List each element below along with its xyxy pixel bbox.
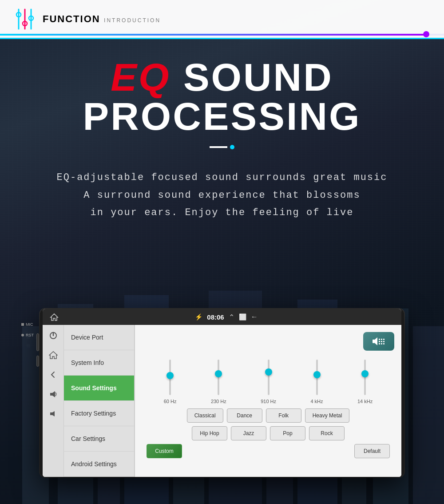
window-icon[interactable]: ⬜ (239, 313, 246, 320)
time-display: 08:06 (207, 313, 224, 321)
eq-slider-910hz: 910 Hz (261, 360, 276, 404)
progress-dot (423, 31, 429, 37)
freq-label-60hz: 60 Hz (164, 399, 177, 404)
svg-marker-23 (51, 314, 58, 320)
preset-heavy-metal[interactable]: Heavy Metal (305, 408, 350, 423)
slider-handle-14khz[interactable] (361, 370, 369, 377)
menu-item-sound-settings[interactable]: Sound Settings (64, 376, 134, 401)
dash-line (210, 146, 227, 148)
slider-handle-4khz[interactable] (313, 371, 321, 378)
eq-header (142, 332, 394, 351)
rst-label: RST (26, 333, 34, 337)
desc-line3: in your ears. Enjoy the feeling of live (0, 204, 444, 222)
app-content: Device Port System Info Sound Settings F… (43, 325, 401, 477)
progress-bar-container (0, 33, 444, 36)
hero-description: EQ-adjustable focused sound surrounds gr… (0, 169, 444, 222)
mic-label: MIC (26, 322, 33, 327)
device-screen: ⚡ 08:06 ⌃ ⬜ ← (43, 309, 401, 477)
back-nav-icon[interactable] (47, 368, 59, 381)
menu-item-factory-settings[interactable]: Factory Settings (64, 401, 134, 426)
svg-rect-29 (50, 412, 52, 415)
dash-dot (230, 145, 234, 149)
svg-marker-30 (52, 411, 55, 416)
svg-rect-38 (383, 341, 385, 342)
svg-rect-31 (373, 340, 375, 343)
custom-default-row: Custom Default (142, 444, 394, 458)
svg-rect-36 (379, 341, 380, 342)
volume-up-nav-icon[interactable] (47, 388, 59, 400)
preset-pop[interactable]: Pop (270, 426, 305, 440)
progress-fill (0, 34, 426, 36)
power-nav-icon[interactable] (47, 329, 59, 342)
logo-text: FUNCTION INTRODUCTION (43, 13, 161, 25)
mic-dot (21, 323, 24, 326)
home-icon (50, 313, 59, 321)
chevron-up-icon[interactable]: ⌃ (229, 313, 234, 321)
menu-item-android-settings[interactable]: Android Settings (64, 452, 134, 477)
left-icon-nav (43, 325, 64, 477)
rst-dot (21, 334, 24, 336)
logo-function-text: FUNCTION INTRODUCTION (43, 13, 161, 25)
home-nav-icon[interactable] (47, 349, 59, 361)
eq-slider-14khz: 14 kHz (357, 360, 373, 404)
settings-menu: Device Port System Info Sound Settings F… (64, 325, 135, 477)
svg-marker-32 (375, 337, 377, 345)
svg-rect-34 (381, 339, 382, 340)
preset-default[interactable]: Default (354, 444, 390, 458)
svg-rect-35 (383, 339, 385, 340)
preset-jazz[interactable]: Jazz (231, 426, 266, 440)
back-icon[interactable]: ← (251, 313, 258, 321)
svg-rect-41 (383, 343, 385, 344)
slider-handle-60hz[interactable] (166, 372, 174, 379)
preset-classical[interactable]: Classical (187, 408, 223, 423)
mic-indicator: MIC (21, 322, 34, 327)
eq-panel: 60 Hz 230 Hz (135, 325, 401, 477)
status-center: ⚡ 08:06 ⌃ ⬜ ← (195, 313, 258, 321)
speaker-button[interactable] (363, 332, 394, 351)
svg-rect-37 (381, 341, 382, 342)
svg-rect-27 (50, 393, 52, 396)
desc-line1: EQ-adjustable focused sound surrounds gr… (0, 169, 444, 187)
preset-hip-hop[interactable]: Hip Hop (192, 426, 227, 440)
hero-section: EQ SOUND PROCESSING (0, 58, 444, 149)
power-button[interactable] (36, 333, 39, 351)
menu-item-device-port[interactable]: Device Port (64, 325, 134, 350)
preset-dance[interactable]: Dance (227, 408, 262, 423)
preset-folk[interactable]: Folk (266, 408, 301, 423)
svg-marker-28 (52, 391, 55, 397)
logo-icon (13, 6, 36, 32)
bluetooth-icon: ⚡ (195, 313, 202, 320)
status-left (50, 313, 59, 321)
svg-rect-13 (27, 344, 30, 348)
eq-label: EQ (111, 55, 170, 99)
eq-slider-230hz: 230 Hz (211, 360, 226, 404)
speaker-wave-icon (372, 336, 385, 346)
volume-down-nav-icon[interactable] (47, 408, 59, 420)
device-outer: MIC RST ⚡ 08:06 ⌃ (40, 309, 404, 477)
svg-rect-33 (379, 339, 380, 340)
volume-button[interactable] (36, 356, 39, 367)
freq-label-910hz: 910 Hz (261, 399, 276, 404)
desc-line2: A surround sound experience that blossom… (0, 187, 444, 204)
preset-row-1: Classical Dance Folk Heavy Metal (142, 408, 394, 423)
eq-slider-60hz: 60 Hz (164, 360, 177, 404)
svg-marker-26 (49, 352, 57, 359)
eq-slider-4khz: 4 kHz (310, 360, 323, 404)
svg-rect-10 (413, 326, 444, 504)
main-heading: EQ SOUND PROCESSING (22, 58, 422, 136)
preset-custom[interactable]: Custom (147, 444, 182, 458)
slider-handle-910hz[interactable] (265, 368, 272, 376)
preset-rock[interactable]: Rock (309, 426, 345, 440)
menu-item-system-info[interactable]: System Info (64, 350, 134, 376)
logo: FUNCTION INTRODUCTION (13, 6, 161, 32)
freq-label-14khz: 14 kHz (357, 399, 373, 404)
preset-row-2: Hip Hop Jazz Pop Rock (142, 426, 394, 440)
device-mockup: MIC RST ⚡ 08:06 ⌃ (40, 306, 404, 480)
rst-indicator: RST (21, 333, 34, 337)
freq-label-230hz: 230 Hz (211, 399, 226, 404)
svg-rect-39 (379, 343, 380, 344)
freq-label-4khz: 4 kHz (310, 399, 323, 404)
slider-handle-230hz[interactable] (215, 370, 222, 377)
menu-item-car-settings[interactable]: Car Settings (64, 426, 134, 452)
svg-rect-40 (381, 343, 382, 344)
